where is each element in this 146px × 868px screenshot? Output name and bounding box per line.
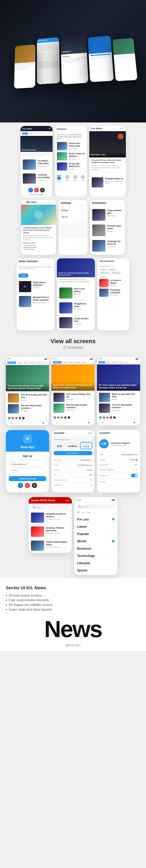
sp-user-tab[interactable]: 👤 [134, 422, 135, 423]
tab-business-wl[interactable]: Business [29, 362, 36, 364]
plan-price-2: $4.99/mo [68, 445, 77, 447]
plan-option-1[interactable]: 1 mo $9.99 [54, 442, 65, 449]
save-tab[interactable]: ♥ [32, 422, 33, 424]
logout-item[interactable]: Log out › [58, 214, 88, 220]
cat-business[interactable]: Business [74, 545, 117, 552]
bbc-label: BBC News [26, 201, 36, 203]
rt-search[interactable]: 🔍 Search [31, 505, 69, 509]
tab-world-sp[interactable]: World [106, 361, 111, 364]
settings-item[interactable]: Settings › [58, 207, 88, 214]
tab-item-3[interactable]: Save [73, 175, 77, 183]
tab-business[interactable]: Business [35, 132, 43, 135]
tab-world-wl[interactable]: World [23, 362, 29, 364]
cat-latest[interactable]: Latest [74, 523, 117, 530]
tab-item-1[interactable]: Home [57, 175, 61, 183]
apple-icon[interactable]: ⌘ [40, 188, 45, 192]
cam-settings-field[interactable]: Settings › [97, 479, 140, 485]
cam-bm-label: Bookmarks [99, 464, 108, 466]
cn-value: Finland [86, 469, 92, 471]
search-tab[interactable]: ⌕ [22, 422, 23, 424]
fox-news-screen: Fox News 9:41 RISING SU... Consumers hit… [89, 126, 126, 196]
tab-world[interactable]: World [29, 132, 34, 135]
cat-search-input[interactable]: Search [82, 506, 88, 507]
tab-sports-sp[interactable]: Sports [119, 361, 124, 364]
acc-color-dots [51, 415, 95, 420]
cat-tab-local[interactable]: Local [81, 511, 86, 514]
tab-biz-acc[interactable]: Business [73, 361, 80, 364]
cat-technology[interactable]: Technology [74, 552, 117, 560]
kit-title: Sector UI Kit. News. [6, 585, 140, 590]
cat-popular[interactable]: Popular [74, 530, 117, 538]
account-screen-large: 9:41 ▮▮▮ Welcome Latest World Business S… [51, 357, 95, 425]
tab-us-sp[interactable]: Life [125, 361, 128, 364]
tag-chip-2[interactable]: #Politics [108, 268, 116, 271]
tab-us-wl[interactable]: US [42, 362, 46, 364]
sp-search-tab[interactable]: ⌕ [113, 422, 114, 423]
cat-world-label: World [77, 539, 86, 543]
rt-source-1: RT News • 2h ago [46, 519, 69, 520]
email-input-su[interactable]: john@example.com [11, 463, 43, 465]
fi-source-1: BBC News [69, 148, 85, 150]
tab-welcome-sp[interactable]: Latest [98, 361, 105, 364]
cat-world[interactable]: World [74, 538, 117, 545]
tab-latest-acc[interactable]: Latest [62, 361, 67, 364]
back-icon[interactable]: ← [23, 201, 25, 203]
save-button[interactable]: Save [19, 274, 28, 278]
fb-icon-su[interactable]: f [18, 483, 23, 488]
pass-input-su[interactable]: •••••••• [11, 471, 43, 473]
cat-search[interactable]: 🔍 Search [77, 504, 115, 509]
big-news-logo: News [6, 618, 140, 641]
bullet-icon-3: • [6, 603, 7, 607]
tag-chip-1[interactable]: #Sports [99, 268, 107, 271]
acc-source-1: Fox News [66, 399, 93, 400]
tag-chip-4[interactable]: #Wittenberg [111, 272, 121, 274]
plan-option-2[interactable]: 3 mo $4.99/mo [66, 442, 79, 449]
bullet-icon-1: • [6, 594, 7, 597]
sp-home-tab[interactable]: ◉ [102, 422, 103, 423]
apple-icon-su[interactable]: ⌘ [32, 483, 37, 488]
acc-user-tab[interactable]: 👤 [88, 422, 90, 423]
tag-chip-3[interactable]: #Bloomberg [99, 272, 110, 274]
menu-icon[interactable]: ☰ [49, 127, 51, 130]
sp-save-tab[interactable]: ♥ [123, 422, 124, 423]
cat-lifestyle[interactable]: Lifestyle [74, 560, 117, 567]
cat-tab-all[interactable]: All [76, 511, 80, 514]
create-account-btn[interactable]: Create an account [9, 476, 46, 481]
cam-nl-toggle[interactable] [131, 474, 138, 477]
feature-item-2: Doctor teams fix diabetes AP News [57, 151, 85, 161]
search-input-rt[interactable]: Search [37, 506, 42, 508]
acc-save-tab[interactable]: ♥ [78, 422, 79, 423]
acc-search-tab[interactable]: ⌕ [67, 422, 68, 423]
cat-for-you[interactable]: For you [74, 516, 117, 523]
ch-title-1: Study shows millionths [33, 281, 52, 286]
plan-option-3[interactable]: 1 yr $54.99 [80, 442, 92, 449]
sp-dot-orange [103, 416, 105, 419]
get-premium-btn[interactable]: Get Premium + [54, 451, 92, 455]
tab-sp-acc[interactable]: Sports [81, 361, 86, 364]
facebook-icon[interactable]: f [28, 188, 33, 192]
middle-screens-section: ← BBC News I studied happiness, then rea… [0, 198, 146, 256]
g-icon-su[interactable]: G [25, 483, 30, 488]
tab-latest-wl[interactable]: Latest [17, 362, 23, 364]
tab-welcome[interactable]: Welcome [7, 362, 16, 364]
home-tab[interactable]: ◉ [11, 422, 12, 424]
tab-item-4[interactable]: User [81, 175, 85, 183]
ch-source-2: BBC World News [33, 302, 52, 304]
wl-item-1: How do you play your New Year... Reuters [8, 393, 47, 404]
tab-welcome-acc[interactable]: Welcome [53, 361, 62, 364]
tab-world-acc[interactable]: World [68, 361, 73, 364]
wl-title-1: How do you play your New Year... [21, 393, 47, 399]
create-account-link[interactable]: Choose an account [22, 194, 51, 195]
user-tab[interactable]: 👤 [42, 422, 44, 424]
google-icon[interactable]: G [34, 188, 39, 192]
acc-home-tab[interactable]: ◉ [56, 422, 58, 423]
cam-bm-value: 26 › [135, 464, 138, 466]
tab-latest[interactable]: Latest [22, 132, 28, 135]
cat-sports[interactable]: Sports [74, 567, 117, 574]
fox-news-item-1: Taxpayer teams fix Major Sync systems to… [89, 176, 126, 189]
cat-tab-world[interactable]: World [86, 511, 91, 514]
tab-biz-sp[interactable]: Business [111, 361, 118, 364]
tab-item-2[interactable]: Search [65, 175, 69, 183]
signup-screen-large: N News App Sign up Email john@example.co… [6, 430, 49, 492]
tab-sports-wl[interactable]: Sports [37, 362, 42, 364]
